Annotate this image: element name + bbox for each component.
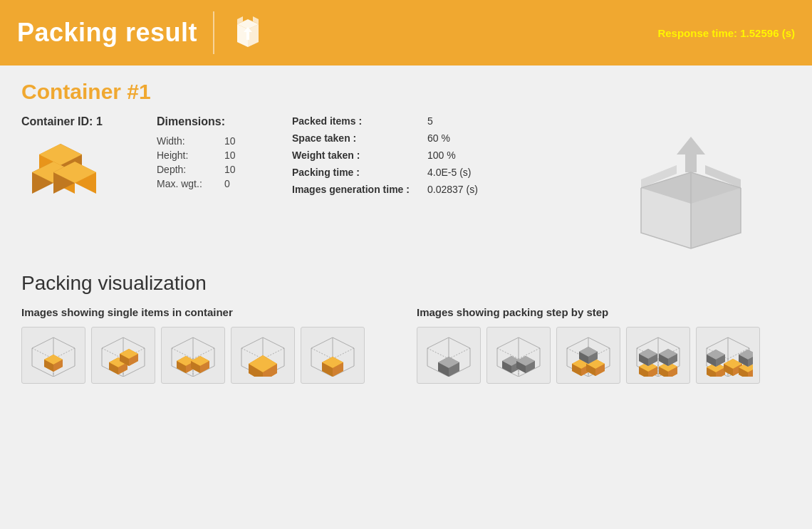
stat-packing-label: Packing time :	[292, 167, 420, 178]
dim-height-row: Height: 10	[157, 150, 271, 161]
container-box-illustration	[21, 137, 107, 208]
viz-step-1	[417, 327, 481, 384]
viz-single-item-5	[301, 327, 365, 384]
svg-line-47	[172, 348, 193, 359]
container-info: Container ID: 1 Dimensions:	[21, 115, 791, 258]
viz-section: Packing visualization Images showing sin…	[21, 272, 791, 384]
dim-depth-row: Depth: 10	[157, 164, 271, 175]
viz-col-stepbystep: Images showing packing step by step	[417, 306, 791, 384]
viz-step-5	[696, 327, 760, 384]
viz-single-item-2	[91, 327, 155, 384]
stat-weight-value: 100 %	[427, 150, 456, 161]
response-label: Response time:	[657, 27, 740, 39]
dim-height-label: Height:	[157, 150, 210, 161]
dim-maxwgt-label: Max. wgt.:	[157, 178, 210, 189]
dim-depth-value: 10	[224, 164, 236, 175]
dim-maxwgt-value: 0	[224, 178, 230, 189]
svg-line-66	[333, 348, 354, 359]
stat-packing-value: 4.0E-5 (s)	[427, 167, 471, 178]
dim-width-row: Width: 10	[157, 135, 271, 147]
svg-line-67	[311, 348, 333, 359]
dimensions-title: Dimensions:	[157, 115, 271, 128]
svg-line-75	[427, 348, 449, 359]
response-value: 1.52596 (s)	[740, 27, 795, 39]
stat-packed-value: 5	[427, 115, 433, 127]
large-box-icon	[620, 115, 762, 258]
svg-marker-16	[677, 137, 705, 172]
large-box-area	[513, 115, 791, 258]
dim-width-label: Width:	[157, 135, 210, 147]
stat-weight-label: Weight taken :	[292, 150, 420, 161]
svg-line-74	[449, 348, 470, 359]
stat-packed-label: Packed items :	[292, 115, 420, 127]
viz-step-3	[556, 327, 620, 384]
stat-img-gen-label: Images generation time :	[292, 184, 420, 195]
header: Packing result Response time: 1.52596 (s…	[0, 0, 812, 66]
dim-maxwgt-row: Max. wgt.: 0	[157, 178, 271, 189]
header-box-icon	[230, 15, 266, 51]
viz-step-2	[486, 327, 551, 384]
viz-col2-title: Images showing packing step by step	[417, 306, 791, 318]
viz-single-item-1	[21, 327, 85, 384]
stats-block: Packed items : 5 Space taken : 60 % Weig…	[292, 115, 491, 201]
stat-space-taken: Space taken : 60 %	[292, 132, 491, 144]
stat-img-gen-time: Images generation time : 0.02837 (s)	[292, 184, 491, 195]
svg-line-83	[497, 348, 519, 359]
svg-line-46	[193, 348, 214, 359]
viz-col2-images	[417, 327, 791, 384]
stat-space-value: 60 %	[427, 132, 450, 144]
header-divider	[213, 11, 214, 54]
dimensions-block: Dimensions: Width: 10 Height: 10 Depth: …	[157, 115, 271, 192]
dim-height-value: 10	[224, 150, 236, 161]
dim-depth-label: Depth:	[157, 164, 210, 175]
viz-single-item-4	[231, 327, 295, 384]
container-id-block: Container ID: 1	[21, 115, 135, 211]
container-id-label: Container ID: 1	[21, 115, 135, 128]
response-time: Response time: 1.52596 (s)	[657, 27, 795, 39]
page-title: Packing result	[17, 18, 197, 48]
viz-title: Packing visualization	[21, 272, 791, 295]
stat-img-gen-value: 0.02837 (s)	[427, 184, 478, 195]
container-title: Container #1	[21, 80, 791, 104]
stat-weight-taken: Weight taken : 100 %	[292, 150, 491, 161]
viz-columns: Images showing single items in container	[21, 306, 791, 384]
main-content: Container #1 Container ID: 1	[0, 66, 812, 398]
svg-line-82	[519, 348, 540, 359]
stat-packed-items: Packed items : 5	[292, 115, 491, 127]
viz-col1-title: Images showing single items in container	[21, 306, 395, 318]
viz-single-item-3	[161, 327, 225, 384]
viz-col1-images	[21, 327, 395, 384]
stat-space-label: Space taken :	[292, 132, 420, 144]
viz-col-single: Images showing single items in container	[21, 306, 395, 384]
viz-step-4	[626, 327, 690, 384]
dimensions-table: Width: 10 Height: 10 Depth: 10 Max. wgt.…	[157, 135, 271, 189]
dim-width-value: 10	[224, 135, 236, 147]
stat-packing-time: Packing time : 4.0E-5 (s)	[292, 167, 491, 178]
